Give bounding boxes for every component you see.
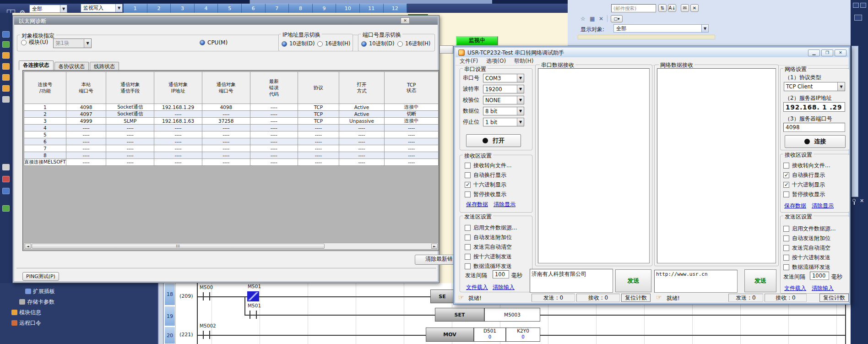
row-number[interactable]: 18 (164, 283, 175, 306)
checkbox-row[interactable]: 启用文件数据源... (465, 224, 517, 232)
row-number[interactable]: 19 (164, 306, 175, 326)
mail-search-input[interactable]: (邮件搜索) (611, 4, 656, 12)
checkbox-icon[interactable] (465, 225, 471, 231)
sidebar-item-0[interactable]: 扩展插板 (33, 288, 55, 295)
layout-dropdown-icon[interactable]: ▢▾ (611, 15, 623, 22)
checkbox-row[interactable]: 启用文件数据源... (783, 225, 835, 233)
instruction-box[interactable]: SE (430, 289, 454, 303)
sidebar-item-2[interactable]: 模块信息 (19, 309, 41, 317)
table-row[interactable]: 14098Socket通信192.168.1.294098----TCPActi… (24, 104, 439, 111)
checkbox-row[interactable]: 暂停接收显示 (465, 191, 506, 198)
serial-reset-count-button[interactable]: 复位计数 (621, 294, 651, 302)
checkbox-icon[interactable] (465, 191, 471, 197)
serial-send-input[interactable]: 济南有人科技有限公司 (530, 269, 613, 293)
tree-node-icon[interactable] (2, 205, 10, 212)
file-load-link[interactable]: 文件载入 (466, 284, 488, 291)
clear-display-link[interactable]: 清除显示 (812, 202, 834, 210)
image-icon[interactable]: ▦ (590, 16, 595, 22)
checkbox-icon[interactable] (783, 182, 789, 188)
checkbox-icon[interactable] (783, 191, 789, 197)
contact-symbol[interactable] (247, 310, 259, 319)
chevron-down-icon[interactable]: ▼ (517, 74, 524, 82)
vertical-scrollbar[interactable] (852, 46, 858, 197)
module-radio-row[interactable]: 模块(U) (21, 38, 48, 46)
checkbox-icon[interactable] (783, 245, 789, 251)
chevron-down-icon[interactable]: ▼ (701, 25, 708, 32)
cpu-radio-row[interactable]: CPU(M) (200, 39, 228, 46)
menu-文件(F)[interactable]: 文件(F) (456, 57, 482, 66)
checkbox-row[interactable]: 按十六进制发送 (783, 254, 830, 262)
tree-node-icon[interactable] (2, 96, 10, 103)
chevron-down-icon[interactable]: ▼ (84, 39, 91, 48)
ladder-column-1[interactable]: 1 (124, 4, 147, 13)
contact-symbol[interactable] (201, 330, 212, 339)
clear-input-link[interactable]: 清除输入 (493, 284, 515, 291)
tree-node-icon[interactable] (2, 63, 10, 70)
checkbox-icon[interactable] (465, 172, 471, 178)
menu-选项(O)[interactable]: 选项(O) (482, 57, 510, 66)
checkbox-icon[interactable] (783, 235, 789, 241)
net-send-button[interactable]: 发送 (744, 269, 776, 292)
serial-send-button[interactable]: 发送 (615, 269, 651, 292)
monitoring-status-button[interactable]: 监视中 (456, 36, 498, 45)
close-icon[interactable]: ✕ (690, 4, 699, 12)
tree-node-icon[interactable] (2, 85, 10, 92)
checkbox-icon[interactable] (465, 163, 471, 169)
checkbox-icon[interactable] (465, 244, 471, 250)
save-data-link[interactable]: 保存数据 (784, 202, 806, 210)
pane-splitter[interactable] (158, 283, 164, 344)
chevron-down-icon[interactable]: ▼ (517, 118, 524, 126)
tab-各连接状态[interactable]: 各连接状态 (19, 60, 54, 70)
chevron-down-icon[interactable]: ▼ (517, 107, 524, 115)
tree-node-icon[interactable] (2, 52, 10, 59)
tab-各协议状态[interactable]: 各协议状态 (54, 62, 89, 70)
ladder-column-7[interactable]: 7 (266, 4, 289, 13)
table-row[interactable]: 6-------------------------------- (24, 138, 439, 145)
ladder-column-2[interactable]: 2 (147, 4, 171, 13)
ip-hex-radio[interactable]: 16进制(H) (317, 40, 350, 47)
maximize-icon[interactable]: ❐ (821, 49, 833, 56)
ladder-column-8[interactable]: 8 (289, 4, 313, 13)
ladder-column-12[interactable]: 12 (384, 4, 407, 13)
proto-type-dropdown[interactable]: TCP Client ▼ (784, 82, 845, 91)
horizontal-scrollbar[interactable]: ◄ ⦀⦀ ► (24, 243, 439, 250)
checkbox-row[interactable]: 数据流循环发送 (465, 262, 512, 270)
panel-icon[interactable] (854, 15, 862, 21)
tree-node-icon[interactable] (2, 74, 10, 81)
checkbox-row[interactable]: 自动换行显示 (783, 171, 825, 179)
checkbox-icon[interactable] (783, 226, 789, 232)
tab-线路状态[interactable]: 线路状态 (90, 62, 119, 70)
serial-dropdown-1[interactable]: 19200▼ (483, 85, 524, 93)
ladder-column-9[interactable]: 9 (313, 4, 336, 13)
table-row[interactable]: 5-------------------------------- (24, 131, 439, 138)
file-load-link[interactable]: 文件载入 (784, 284, 806, 292)
operand-box[interactable]: M5003 (484, 308, 540, 322)
window-icon[interactable] (860, 3, 866, 8)
partial-button[interactable] (439, 45, 453, 54)
port-hex-radio[interactable]: 16进制(H) (397, 40, 430, 47)
table-row[interactable]: 34999SLMP192.168.1.6337258----TCPUnpassi… (24, 118, 439, 125)
radio-icon[interactable] (317, 41, 323, 47)
table-row[interactable]: 直接连接MELSOFT-----------------------------… (24, 159, 439, 166)
checkbox-icon[interactable] (783, 172, 789, 178)
net-reset-count-button[interactable]: 复位计数 (819, 294, 849, 302)
mail-icon[interactable]: ✉ (681, 4, 689, 12)
net-interval-input[interactable]: 1000 (810, 272, 829, 280)
menu-帮助(H)[interactable]: 帮助(H) (510, 57, 537, 66)
serial-recv-area[interactable] (538, 68, 650, 263)
operand-box[interactable]: D501 0 (474, 328, 506, 342)
checkbox-row[interactable]: 自动发送附加位 (465, 234, 512, 241)
tree-node-icon[interactable] (2, 188, 10, 194)
checkbox-icon[interactable] (783, 163, 789, 169)
radio-icon[interactable] (200, 40, 205, 45)
checkbox-row[interactable]: 自动发送附加位 (783, 235, 830, 242)
toolbar-filter-dropdown[interactable]: 全部 ▼ (29, 5, 67, 13)
tree-node-icon[interactable] (2, 164, 10, 170)
checkbox-row[interactable]: 十六进制显示 (783, 181, 825, 189)
save-data-link[interactable]: 保存数据 (466, 201, 488, 208)
ip-dec-radio[interactable]: 10进制(D) (282, 40, 315, 47)
ping-test-button[interactable]: PING测试(P) (22, 272, 59, 281)
window-icon[interactable] (853, 3, 859, 8)
display-target-dropdown[interactable]: 全部 ▼ (613, 24, 709, 33)
chevron-down-icon[interactable]: ▼ (517, 96, 524, 104)
